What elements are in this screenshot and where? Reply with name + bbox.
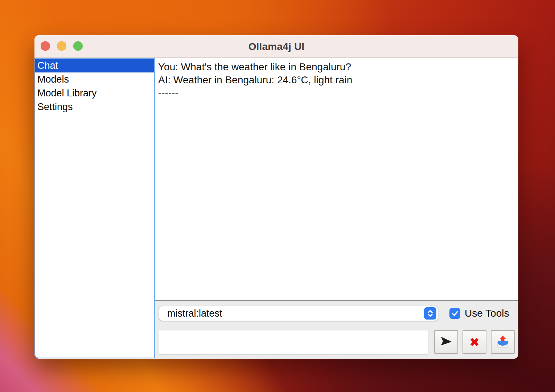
- send-arrow-icon: [437, 333, 455, 351]
- window-content: Chat Models Model Library Settings You: …: [34, 58, 518, 358]
- use-tools-label[interactable]: Use Tools: [465, 306, 509, 321]
- send-button[interactable]: [434, 330, 458, 354]
- chat-pane: You: What's the weather like in Bengalur…: [155, 58, 518, 358]
- model-select-value: mistral:latest: [167, 308, 222, 319]
- chat-line-user: You: What's the weather like in Bengalur…: [158, 61, 515, 74]
- sidebar-item-models[interactable]: Models: [35, 72, 154, 86]
- window-title: Ollama4j UI: [34, 35, 518, 58]
- message-input[interactable]: [159, 330, 428, 355]
- composer-panel: mistral:latest Use Tools: [155, 301, 518, 358]
- titlebar[interactable]: Ollama4j UI: [34, 35, 518, 58]
- sidebar-item-model-library[interactable]: Model Library: [35, 86, 154, 100]
- outbox-tray-icon: [495, 334, 511, 350]
- desktop-wallpaper: Ollama4j UI Chat Models Model Library Se…: [0, 0, 555, 392]
- use-tools-checkbox[interactable]: [449, 308, 460, 319]
- chat-line-ai: AI: Weather in Bengaluru: 24.6°C, light …: [158, 74, 515, 87]
- upload-button[interactable]: [491, 330, 515, 354]
- chevron-up-down-icon: [424, 307, 436, 320]
- model-select-dropdown[interactable]: mistral:latest: [159, 306, 438, 321]
- red-x-icon: [466, 333, 483, 351]
- chat-line-separator: ------: [158, 87, 515, 100]
- sidebar-item-chat[interactable]: Chat: [35, 59, 154, 72]
- checkmark-icon: [450, 309, 460, 318]
- clear-button[interactable]: [462, 330, 486, 354]
- app-window: Ollama4j UI Chat Models Model Library Se…: [34, 35, 518, 359]
- sidebar-item-settings[interactable]: Settings: [35, 100, 154, 114]
- sidebar-nav: Chat Models Model Library Settings: [34, 58, 155, 358]
- chat-transcript[interactable]: You: What's the weather like in Bengalur…: [155, 58, 518, 301]
